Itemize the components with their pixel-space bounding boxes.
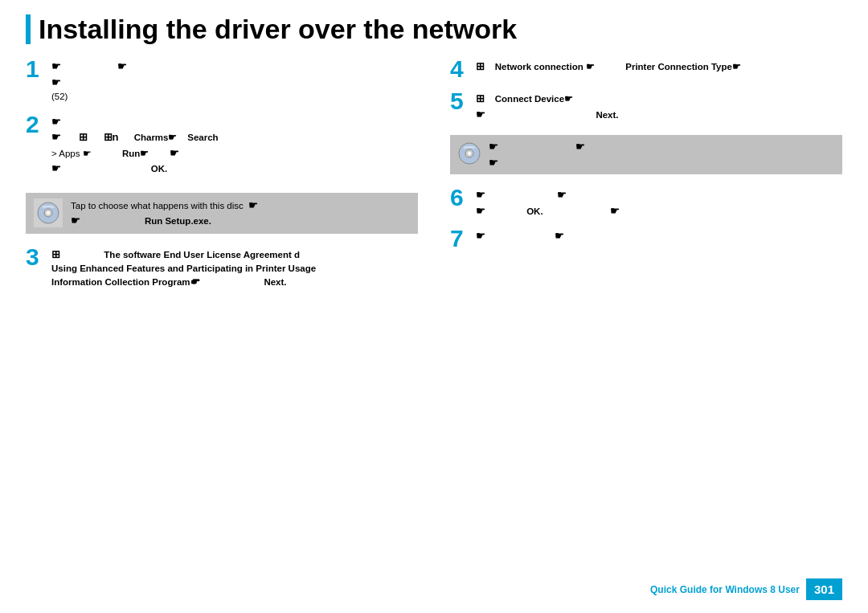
notif-right-line2: ☛	[489, 155, 585, 171]
step-5: 5 ⊞ Connect Device☛ ☛ Next.	[450, 91, 842, 122]
step-7-number: 7	[450, 227, 468, 251]
notif-right-line1: ☛ ☛	[489, 139, 585, 155]
step-5-content: ⊞ Connect Device☛ ☛ Next.	[476, 91, 842, 122]
disc-svg-right	[458, 142, 481, 165]
step-2-icon-6: ☛	[51, 162, 61, 174]
step-6-icon-2: ☛	[557, 189, 567, 201]
step-2-ok: OK.	[151, 164, 167, 174]
step-1-icon-1: ☛	[51, 60, 61, 72]
step-6-icon-3: ☛	[476, 205, 485, 217]
step-4: 4 ⊞ Network connection ☛ Printer Connect…	[450, 59, 842, 81]
svg-point-2	[47, 211, 50, 215]
step-5-number: 5	[450, 89, 468, 113]
step-2-icon-1: ☛	[51, 116, 61, 128]
disc-icon-right	[458, 142, 481, 168]
step-1-content: ☛ ☛ ☛ (52)	[51, 59, 418, 104]
right-column: 4 ⊞ Network connection ☛ Printer Connect…	[450, 59, 842, 289]
step-2-search: Search	[187, 133, 218, 142]
step-7: 7 ☛ ☛	[450, 228, 842, 251]
footer-page-number: 301	[806, 578, 842, 600]
step-6: 6 ☛ ☛ ☛ OK. ☛	[450, 187, 842, 219]
disc-svg	[37, 202, 59, 224]
step-3-eula-line1: The software End User License Agreement …	[104, 250, 300, 260]
step-6-icon-4: ☛	[610, 205, 620, 217]
svg-point-5	[468, 152, 471, 155]
notif-line1: Tap to choose what happens with this dis…	[71, 198, 258, 214]
step-2-run: Run☛	[122, 149, 149, 158]
notif-content-right: ☛ ☛ ☛	[489, 139, 585, 170]
step-7-content: ☛ ☛	[476, 228, 842, 244]
footer-label: Quick Guide for Windows 8 User	[650, 584, 800, 595]
notif-content-left: Tap to choose what happens with this dis…	[71, 198, 258, 229]
step-2-icon-5: ☛	[170, 147, 179, 159]
notif-right-icon-1: ☛	[489, 141, 498, 153]
footer: Quick Guide for Windows 8 User 301	[650, 578, 842, 600]
step-5-icon-2: ☛	[476, 108, 485, 121]
step-1: 1 ☛ ☛ ☛ (52)	[26, 59, 418, 104]
notification-bar-left: Tap to choose what happens with this dis…	[26, 193, 418, 234]
step-1-icon-3: ☛	[51, 76, 61, 88]
page-title: Installing the driver over the network	[39, 14, 842, 44]
step-3: 3 ⊞ The software End User License Agreem…	[26, 247, 418, 290]
notif-right-icon-2: ☛	[575, 141, 585, 153]
page-container: Installing the driver over the network 1…	[0, 0, 868, 613]
step-1-number: 1	[26, 57, 43, 81]
notif-line2: ☛ Run Setup.exe.	[71, 213, 258, 229]
disc-icon-left	[34, 198, 63, 227]
step-2-icon-4: ⊞n	[104, 131, 119, 143]
step-1-text: (52)	[51, 92, 68, 101]
step-4-printer-type: Printer Connection Type☛	[625, 62, 741, 72]
step-6-number: 6	[450, 186, 468, 210]
step-4-network: Network connection ☛	[495, 62, 595, 72]
step-5-next: Next.	[596, 110, 618, 120]
step-2-icon-2: ☛	[51, 131, 61, 143]
step-2-charms: Charms☛	[134, 133, 178, 142]
step-3-next: Next.	[264, 277, 286, 287]
step-2-content: ☛ ☛ ⊞ ⊞n Charms☛ Search > Apps ☛ Run☛	[51, 114, 418, 177]
left-column: 1 ☛ ☛ ☛ (52) 2 ☛ ☛ ⊞	[26, 59, 418, 289]
step-3-eula-line2: Using Enhanced Features and Participatin…	[51, 264, 316, 273]
step-2-icon-3: ⊞	[79, 131, 88, 143]
notif-run-setup: Run Setup.exe.	[145, 216, 211, 226]
notif-right-icon-3: ☛	[489, 157, 498, 169]
step-3-eula-line3: Information Collection Program🖝	[51, 277, 200, 287]
step-6-icon-1: ☛	[476, 189, 485, 201]
notif-pointer-icon: ☛	[71, 215, 80, 227]
step-6-ok: OK.	[526, 206, 542, 216]
step-4-icon: ⊞	[476, 60, 485, 72]
step-1-icon-2: ☛	[117, 60, 127, 72]
step-4-content: ⊞ Network connection ☛ Printer Connectio…	[476, 59, 842, 75]
step-7-icon-1: ☛	[476, 230, 485, 242]
step-2-number: 2	[26, 112, 43, 137]
title-section: Installing the driver over the network	[26, 14, 842, 44]
step-4-number: 4	[450, 57, 468, 81]
main-content: 1 ☛ ☛ ☛ (52) 2 ☛ ☛ ⊞	[26, 59, 842, 289]
step-6-content: ☛ ☛ ☛ OK. ☛	[476, 187, 842, 219]
step-2: 2 ☛ ☛ ⊞ ⊞n Charms☛ Search > Apps ☛	[26, 114, 418, 177]
step-7-icon-2: ☛	[555, 230, 564, 242]
step-3-icon-pre: ⊞	[51, 248, 60, 260]
step-2-apps: > Apps ☛	[51, 149, 92, 158]
step-3-content: ⊞ The software End User License Agreemen…	[51, 247, 418, 290]
notif-arrow-icon: ☛	[248, 199, 258, 211]
notification-bar-right: ☛ ☛ ☛	[450, 135, 842, 174]
step-3-number: 3	[26, 245, 43, 269]
step-5-icon-1: ⊞	[476, 92, 485, 104]
step-5-connect: Connect Device☛	[495, 94, 573, 104]
